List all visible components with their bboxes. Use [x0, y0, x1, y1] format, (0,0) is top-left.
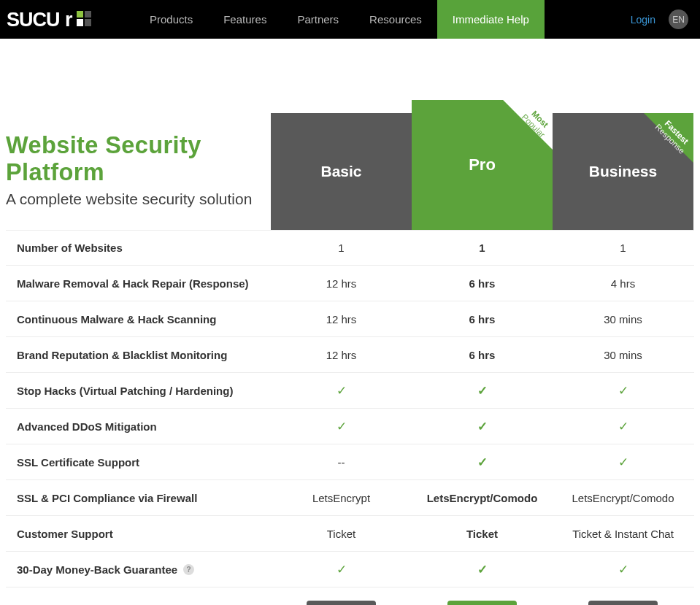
feature-cell: 1	[553, 242, 693, 254]
feature-cell: ✓	[271, 383, 412, 398]
check-icon: ✓	[618, 455, 628, 469]
nav-item-resources[interactable]: Resources	[354, 0, 437, 39]
feature-cell: LetsEncrypt/Comodo	[412, 492, 553, 504]
check-icon: ✓	[477, 455, 488, 469]
plan-header-pro: Pro Most Popular	[412, 100, 553, 230]
feature-cell: ✓	[412, 383, 553, 398]
nav-items: Products Features Partners Resources Imm…	[134, 0, 545, 39]
intro: Website Security Platform A complete web…	[6, 132, 271, 230]
feature-row: Number of Websites111	[6, 230, 694, 266]
feature-label: 30-Day Money-Back Guarantee?	[6, 563, 271, 576]
feature-label: Customer Support	[6, 528, 271, 540]
feature-label: Advanced DDoS Mitigation	[6, 420, 271, 433]
feature-row: Customer SupportTicketTicketTicket & Ins…	[6, 516, 694, 552]
nav-right: Login EN	[631, 9, 700, 29]
feature-label: Brand Reputation & Blacklist Monitoring	[6, 349, 271, 361]
svg-rect-4	[85, 11, 91, 18]
feature-table: Number of Websites111Malware Removal & H…	[6, 230, 694, 587]
check-icon: ✓	[618, 420, 628, 433]
buy-business-button[interactable]: Buy Now	[588, 601, 657, 605]
check-icon: ✓	[336, 384, 347, 398]
plan-headers: Website Security Platform A complete web…	[6, 39, 694, 230]
svg-rect-5	[85, 19, 91, 26]
nav-item-features[interactable]: Features	[208, 0, 282, 39]
nav-item-partners[interactable]: Partners	[282, 0, 354, 39]
feature-cell: 6 hrs	[412, 277, 553, 290]
page-subtitle: A complete website security solution	[6, 190, 271, 208]
feature-cell: ✓	[553, 419, 693, 434]
feature-cell: 1	[412, 242, 553, 254]
feature-cell: 6 hrs	[412, 349, 553, 361]
pricing-section: Website Security Platform A complete web…	[0, 39, 700, 605]
feature-label: Stop Hacks (Virtual Patching / Hardening…	[6, 385, 271, 397]
feature-label: SSL & PCI Compliance via Firewall	[6, 492, 271, 504]
svg-text:r: r	[65, 9, 73, 31]
feature-cell: Ticket	[412, 528, 553, 540]
check-icon: ✓	[618, 563, 628, 577]
most-popular-ribbon: Most Popular	[483, 100, 553, 169]
svg-text:SUCU: SUCU	[7, 9, 60, 31]
plan-header-basic: Basic	[271, 113, 412, 230]
feature-cell: 30 mins	[553, 349, 693, 361]
buy-basic-button[interactable]: Buy Now	[307, 601, 375, 605]
feature-cell: ✓	[412, 562, 553, 577]
feature-row: SSL Certificate Support--✓✓	[6, 444, 694, 480]
feature-row: SSL & PCI Compliance via FirewallLetsEnc…	[6, 480, 694, 516]
language-selector[interactable]: EN	[669, 9, 688, 29]
feature-cell: 1	[271, 242, 412, 254]
feature-label: SSL Certificate Support	[6, 456, 271, 469]
fastest-response-ribbon: Fastest Response	[624, 113, 693, 182]
logo[interactable]: SUCU r	[7, 9, 93, 31]
feature-cell: ✓	[553, 455, 693, 470]
feature-cell: LetsEncrypt	[271, 492, 412, 504]
feature-label: Continuous Malware & Hack Scanning	[6, 313, 271, 325]
feature-cell: 12 hrs	[271, 349, 412, 361]
feature-cell: ✓	[271, 562, 412, 577]
check-icon: ✓	[477, 563, 488, 577]
svg-rect-3	[77, 19, 83, 26]
feature-row: Continuous Malware & Hack Scanning12 hrs…	[6, 301, 694, 337]
feature-cell: ✓	[271, 419, 412, 434]
feature-cell: 12 hrs	[271, 313, 412, 325]
buy-row: Buy Now Buy Now Buy Now	[6, 587, 694, 605]
check-icon: ✓	[336, 420, 347, 433]
feature-cell: ✓	[412, 455, 553, 470]
feature-label: Malware Removal & Hack Repair (Response)	[6, 277, 271, 290]
help-icon[interactable]: ?	[183, 564, 194, 575]
feature-row: 30-Day Money-Back Guarantee?✓✓✓	[6, 552, 694, 587]
feature-cell: 6 hrs	[412, 313, 553, 325]
check-icon: ✓	[336, 563, 347, 577]
feature-cell: ✓	[412, 419, 553, 434]
feature-label: Number of Websites	[6, 242, 271, 254]
feature-cell: Ticket	[271, 528, 412, 540]
feature-cell: --	[271, 456, 412, 469]
check-icon: ✓	[477, 420, 488, 433]
page-title: Website Security Platform	[6, 132, 271, 186]
plan-name: Basic	[320, 163, 361, 180]
feature-cell: 30 mins	[553, 313, 693, 325]
feature-row: Stop Hacks (Virtual Patching / Hardening…	[6, 373, 694, 409]
nav-item-products[interactable]: Products	[134, 0, 208, 39]
feature-cell: 12 hrs	[271, 277, 412, 290]
feature-cell: LetsEncrypt/Comodo	[553, 492, 693, 504]
nav-item-immediate-help[interactable]: Immediate Help	[437, 0, 545, 39]
check-icon: ✓	[477, 384, 488, 398]
top-nav: SUCU r Products Features Partners Resour…	[0, 0, 700, 39]
login-link[interactable]: Login	[631, 14, 655, 26]
plan-header-business: Business Fastest Response	[553, 113, 693, 230]
feature-cell: ✓	[553, 383, 693, 398]
feature-row: Malware Removal & Hack Repair (Response)…	[6, 266, 694, 301]
check-icon: ✓	[618, 384, 628, 398]
feature-row: Brand Reputation & Blacklist Monitoring1…	[6, 337, 694, 373]
feature-cell: 4 hrs	[553, 277, 693, 290]
feature-cell: Ticket & Instant Chat	[553, 528, 693, 540]
feature-row: Advanced DDoS Mitigation✓✓✓	[6, 409, 694, 444]
svg-rect-2	[77, 11, 83, 18]
buy-pro-button[interactable]: Buy Now	[447, 601, 516, 605]
feature-cell: ✓	[553, 562, 693, 577]
